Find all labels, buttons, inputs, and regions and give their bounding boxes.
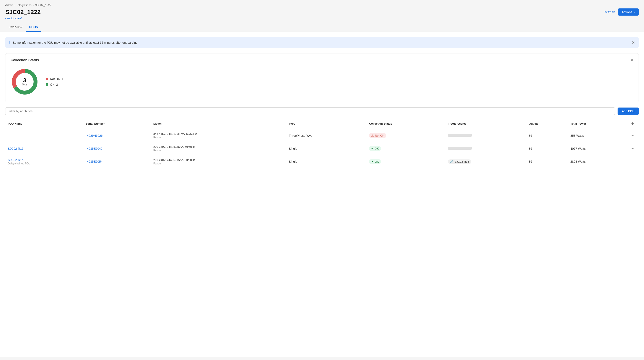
ip-blur-1 (448, 134, 472, 137)
more-button-2[interactable]: ··· (629, 145, 636, 152)
subtitle-link[interactable]: candid-scale2 (5, 17, 22, 20)
cell-ip-2 (445, 142, 526, 155)
cell-more-2[interactable]: ··· (626, 142, 639, 155)
cell-more-1[interactable]: ··· (626, 129, 639, 142)
cell-outlets-2: 36 (526, 142, 568, 155)
filter-row: Add PDU (5, 107, 639, 115)
breadcrumb: Admin › Integrations › SJC02_1222 (5, 3, 639, 7)
legend-count-ok: 2 (56, 83, 58, 86)
status-badge-ok-3: ✔ OK (369, 159, 381, 164)
col-total-power: Total Power (568, 119, 626, 129)
cell-status-1: ⚠ Not OK (366, 129, 445, 142)
pdu-table: PDU Name Serial Number Model Type Collec… (5, 119, 639, 168)
cell-outlets-3: 36 (526, 155, 568, 168)
pdu-name-link-2[interactable]: SJC02-R16 (8, 147, 24, 150)
tab-overview[interactable]: Overview (5, 22, 26, 32)
cell-status-2: ✔ OK (366, 142, 445, 155)
cell-serial-2: IN235E6042 (83, 142, 151, 155)
cell-more-3[interactable]: ··· (626, 155, 639, 168)
col-ip-address: IP Address(es) (445, 119, 526, 129)
collection-status-card: Collection Status ∨ 3 Total (5, 53, 639, 102)
cell-pdu-name-3: SJC02-R15 Daisy-chained PDU (5, 155, 83, 168)
legend-dot-ok (46, 83, 48, 86)
cell-serial-1: IN229N6026 (83, 129, 151, 142)
legend-label-not-ok: Not OK (50, 77, 60, 81)
breadcrumb-integrations[interactable]: Integrations (17, 3, 32, 7)
refresh-button[interactable]: Refresh (604, 10, 615, 14)
cell-outlets-1: 36 (526, 129, 568, 142)
info-message: Some information for the PDU may not be … (13, 41, 138, 44)
col-serial-number: Serial Number (83, 119, 151, 129)
donut-total-number: 3 (22, 77, 27, 83)
cell-ip-3: 🔗 SJC02-R16 (445, 155, 526, 168)
cell-type-3: Single (286, 155, 366, 168)
legend-not-ok: Not OK 1 (46, 77, 64, 81)
serial-link-1[interactable]: IN229N6026 (86, 134, 103, 137)
pdu-sub-3: Daisy-chained PDU (8, 162, 80, 165)
filter-input[interactable] (5, 107, 615, 115)
cell-model-3: 200-240V, 24A, 5.0kV A, 50/60Hz Panduit (151, 155, 286, 168)
cell-ip-1 (445, 129, 526, 142)
link-icon: 🔗 (450, 160, 454, 163)
more-button-3[interactable]: ··· (629, 159, 636, 165)
header-actions: Refresh Actions ▾ (604, 8, 639, 15)
ip-link-3[interactable]: 🔗 SJC02-R16 (448, 160, 471, 164)
legend-label-ok: OK (50, 83, 54, 86)
legend-count-not-ok: 1 (62, 77, 64, 81)
cell-status-3: ✔ OK (366, 155, 445, 168)
cell-model-1: 346-415V, 24A, 17.3k VA, 50/60Hz Panduit (151, 129, 286, 142)
cell-power-1: 853 Watts (568, 129, 626, 142)
cell-power-3: 2803 Watts (568, 155, 626, 168)
col-outlets: Outlets (526, 119, 568, 129)
cell-type-1: ThreePhase-Wye (286, 129, 366, 142)
chevron-down-icon: ▾ (634, 10, 635, 14)
col-type: Type (286, 119, 366, 129)
col-pdu-name: PDU Name (5, 119, 83, 129)
status-badge-not-ok: ⚠ Not OK (369, 133, 386, 138)
table-row: SJC02-R15 Daisy-chained PDU IN235E6054 2… (5, 155, 639, 168)
info-banner: ℹ Some information for the PDU may not b… (5, 37, 639, 48)
tab-pdus[interactable]: PDUs (26, 22, 42, 32)
check-icon-3: ✔ (371, 160, 374, 163)
collapse-icon[interactable]: ∨ (630, 58, 634, 62)
donut-total-label: Total (22, 83, 27, 86)
cell-type-2: Single (286, 142, 366, 155)
add-pdu-button[interactable]: Add PDU (618, 108, 639, 115)
legend-ok: OK 2 (46, 83, 64, 86)
ip-blur-2 (448, 147, 472, 150)
actions-button[interactable]: Actions ▾ (618, 8, 639, 15)
gear-icon[interactable]: ⚙ (629, 121, 636, 127)
serial-link-3[interactable]: IN235E6054 (86, 160, 102, 163)
cell-pdu-name-2: SJC02-R16 (5, 142, 83, 155)
pdu-name-link-3[interactable]: SJC02-R15 (8, 158, 24, 162)
col-collection-status: Collection Status (366, 119, 445, 129)
collection-status-title: Collection Status (10, 58, 39, 62)
donut-chart: 3 Total (10, 68, 39, 96)
cell-pdu-name-1 (5, 129, 83, 142)
chart-legend: Not OK 1 OK 2 (46, 77, 64, 86)
close-banner-button[interactable]: ✕ (632, 41, 635, 45)
more-button-1[interactable]: ··· (629, 132, 636, 139)
col-model: Model (151, 119, 286, 129)
warning-icon: ⚠ (371, 134, 374, 137)
col-settings[interactable]: ⚙ (626, 119, 639, 129)
tab-bar: Overview PDUs (0, 22, 644, 32)
page-title: SJC02_1222 (5, 9, 40, 15)
breadcrumb-admin[interactable]: Admin (5, 3, 13, 7)
table-row: SJC02-R16 IN235E6042 200-240V, 24A, 5.0k… (5, 142, 639, 155)
check-icon-2: ✔ (371, 147, 374, 150)
cell-model-2: 200-240V, 24A, 5.0kV A, 50/60Hz Panduit (151, 142, 286, 155)
cell-serial-3: IN235E6054 (83, 155, 151, 168)
legend-dot-not-ok (46, 78, 48, 80)
cell-power-2: 4077 Watts (568, 142, 626, 155)
table-row: IN229N6026 346-415V, 24A, 17.3k VA, 50/6… (5, 129, 639, 142)
serial-link-2[interactable]: IN235E6042 (86, 147, 102, 150)
status-badge-ok-2: ✔ OK (369, 146, 381, 151)
info-icon: ℹ (9, 40, 10, 45)
breadcrumb-current: SJC02_1222 (35, 3, 51, 7)
